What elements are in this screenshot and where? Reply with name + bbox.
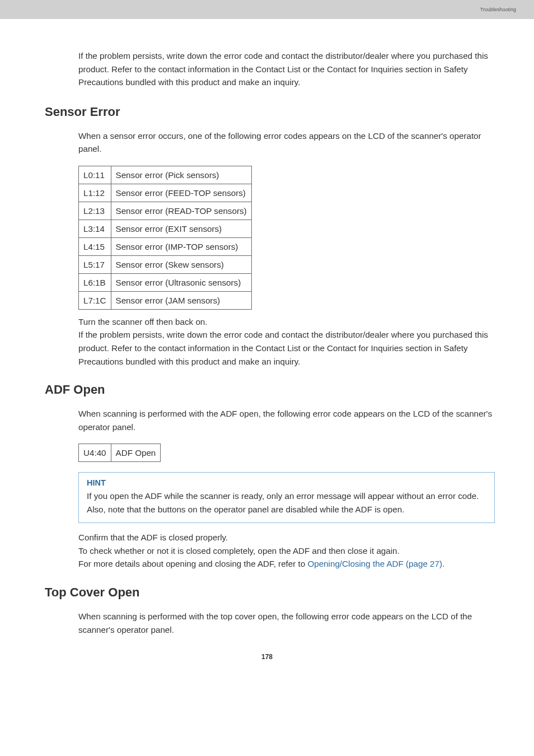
table-row: L0:11 Sensor error (Pick sensors) [79,166,252,184]
error-code: L0:11 [79,166,111,184]
page-number: 178 [39,653,495,661]
table-row: L7:1C Sensor error (JAM sensors) [79,291,252,309]
error-desc: Sensor error (IMP-TOP sensors) [111,237,251,255]
sensor-error-after: Turn the scanner off then back on. If th… [78,315,495,368]
error-code: L3:14 [79,220,111,237]
table-row: L1:12 Sensor error (FEED-TOP sensors) [79,184,252,202]
error-desc: Sensor error (Ultrasonic sensors) [111,273,251,291]
text-line: If the problem persists, write down the … [78,328,495,368]
section-title-sensor-error: Sensor Error [45,105,495,119]
header-category: Troubleshooting [480,7,516,12]
header-band: Troubleshooting [0,0,534,19]
error-desc: Sensor error (READ-TOP sensors) [111,202,251,220]
page-content: If the problem persists, write down the … [0,19,534,661]
sensor-error-intro: When a sensor error occurs, one of the f… [78,129,495,156]
text-prefix: For more details about opening and closi… [78,559,307,568]
table-row: L4:15 Sensor error (IMP-TOP sensors) [79,237,252,255]
table-row: U4:40 ADF Open [79,444,161,462]
error-desc: ADF Open [111,444,161,462]
error-code: U4:40 [79,444,111,462]
hint-body: If you open the ADF while the scanner is… [87,489,486,516]
text-line: To check whether or not it is closed com… [78,544,495,558]
table-row: L2:13 Sensor error (READ-TOP sensors) [79,202,252,220]
lead-paragraph: If the problem persists, write down the … [78,49,495,89]
adf-open-table: U4:40 ADF Open [78,444,161,462]
adf-open-after: Confirm that the ADF is closed properly.… [78,531,495,571]
hint-box: HINT If you open the ADF while the scann… [78,472,495,523]
text-suffix: . [442,559,444,568]
hint-title: HINT [87,478,486,487]
hint-line: Also, note that the buttons on the opera… [87,505,404,514]
table-row: L5:17 Sensor error (Skew sensors) [79,255,252,273]
hint-line: If you open the ADF while the scanner is… [87,491,479,501]
error-code: L6:1B [79,273,111,291]
text-line: Confirm that the ADF is closed properly. [78,531,495,544]
table-row: L6:1B Sensor error (Ultrasonic sensors) [79,273,252,291]
error-code: L1:12 [79,184,111,202]
sensor-error-table: L0:11 Sensor error (Pick sensors) L1:12 … [78,166,252,310]
error-desc: Sensor error (FEED-TOP sensors) [111,184,251,202]
error-desc: Sensor error (JAM sensors) [111,291,251,309]
table-row: L3:14 Sensor error (EXIT sensors) [79,220,252,237]
section-title-adf-open: ADF Open [45,382,495,397]
error-desc: Sensor error (EXIT sensors) [111,220,251,237]
error-desc: Sensor error (Skew sensors) [111,255,251,273]
text-line: For more details about opening and closi… [78,557,495,571]
cross-reference-link[interactable]: Opening/Closing the ADF (page 27) [307,559,442,568]
text-line: Turn the scanner off then back on. [78,315,495,329]
section-title-top-cover-open: Top Cover Open [45,585,495,600]
top-cover-open-intro: When scanning is performed with the top … [78,610,495,636]
error-code: L2:13 [79,202,111,220]
adf-open-intro: When scanning is performed with the ADF … [78,407,495,433]
error-code: L4:15 [79,237,111,255]
error-desc: Sensor error (Pick sensors) [111,166,251,184]
error-code: L7:1C [79,291,111,309]
error-code: L5:17 [79,255,111,273]
